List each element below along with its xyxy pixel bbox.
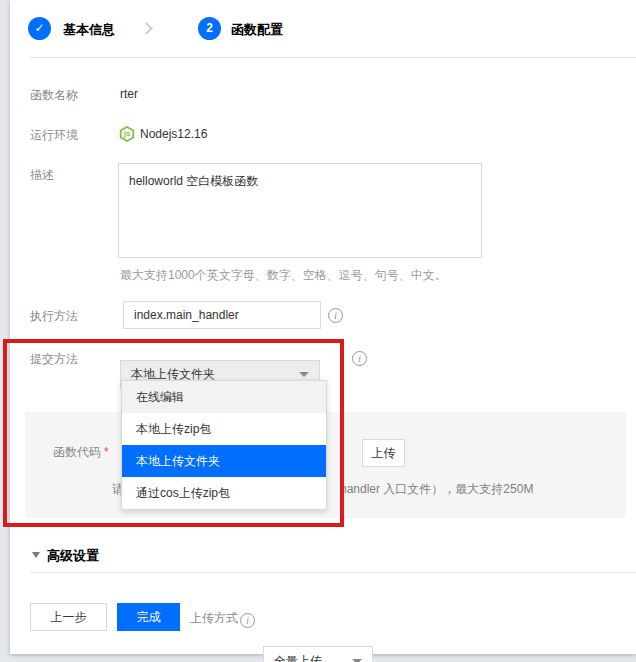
upload-mode-selected-value: 全量上传 [274,654,322,662]
required-asterisk: * [104,445,109,459]
step-separator-chevron-icon [140,22,153,35]
step1-done-check-icon: ✓ [28,17,51,40]
function-name-label: 函数名称 [30,87,78,104]
menu-item-local-zip[interactable]: 本地上传zip包 [122,413,326,445]
stepper-divider [30,57,636,58]
upload-mode-info-icon[interactable]: i [240,613,255,628]
function-code-label: 函数代码* [53,444,109,461]
submit-method-info-icon[interactable]: i [352,351,367,366]
runtime-value: Nodejs12.16 [140,127,207,141]
menu-item-cos-zip[interactable]: 通过cos上传zip包 [122,477,326,509]
submit-method-selected-value: 本地上传文件夹 [131,367,215,381]
function-config-page: ✓ 基本信息 2 函数配置 函数名称 rter 运行环境 js Nodejs12… [0,0,636,662]
advanced-settings-toggle[interactable]: 高级设置 [47,547,99,565]
description-textarea[interactable]: helloworld 空白模板函数 [118,163,482,258]
nodejs-hexagon-icon: js [119,126,135,142]
handler-info-icon[interactable]: i [328,308,343,323]
description-hint: 最大支持1000个英文字母、数字、空格、逗号、句号、中文。 [120,267,447,284]
upload-button[interactable]: 上传 [362,439,405,467]
code-hint-fragment-right: handler 入口文件），最大支持250M [340,481,533,498]
finish-button[interactable]: 完成 [117,603,180,631]
step1-label: 基本信息 [63,21,115,39]
step2-number-badge: 2 [198,17,221,40]
submit-method-label: 提交方法 [30,351,78,368]
footer-divider [30,572,636,573]
runtime-label: 运行环境 [30,127,78,144]
content-card: ✓ 基本信息 2 函数配置 函数名称 rter 运行环境 js Nodejs12… [10,0,636,654]
menu-item-local-folder[interactable]: 本地上传文件夹 [122,445,326,477]
function-name-value: rter [120,87,138,101]
menu-item-online-edit[interactable]: 在线编辑 [122,381,326,413]
upload-mode-select[interactable]: 全量上传 [263,646,373,662]
description-label: 描述 [30,167,54,184]
previous-step-button[interactable]: 上一步 [30,603,107,631]
step2-label: 函数配置 [231,21,283,39]
upload-mode-label: 上传方式i [190,610,255,628]
chevron-down-icon [299,372,309,377]
code-hint-fragment-left: 请 [112,481,121,498]
advanced-collapse-triangle-icon [32,552,40,558]
handler-label: 执行方法 [30,308,78,325]
handler-input[interactable]: index.main_handler [123,301,321,329]
submit-method-dropdown-menu: 在线编辑 本地上传zip包 本地上传文件夹 通过cos上传zip包 [121,380,327,510]
